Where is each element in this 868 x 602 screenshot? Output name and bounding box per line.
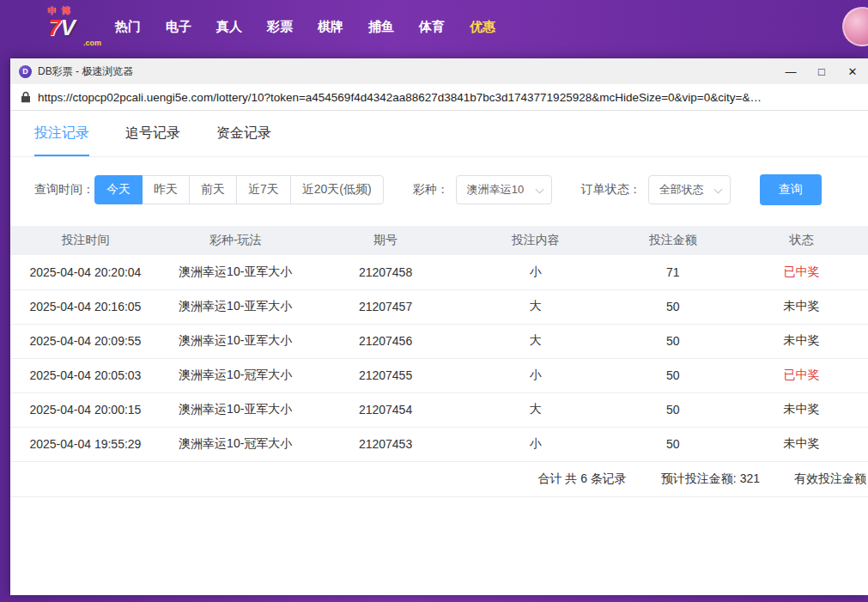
window-title: DB彩票 - 极速浏览器 [38,64,775,79]
nav-menu: 热门 电子 真人 彩票 棋牌 捕鱼 体育 优惠 [115,19,495,35]
table-row: 2025-04-04 20:00:15 澳洲幸运10-亚军大小 21207454… [10,392,868,427]
header-bet-amount: 投注金额 [610,226,735,255]
nav-item-slots[interactable]: 电子 [166,19,191,35]
nav-item-lottery[interactable]: 彩票 [267,19,293,35]
nav-item-live[interactable]: 真人 [216,19,242,35]
table-row: 2025-04-04 20:05:03 澳洲幸运10-冠军大小 21207455… [10,358,868,392]
bet-amount-cell: 50 [610,289,735,324]
lottery-select[interactable]: 澳洲幸运10 [456,175,552,204]
bet-content-cell: 大 [460,324,610,358]
bet-time-cell: 2025-04-04 20:09:55 [10,324,161,358]
bet-time-cell: 2025-04-04 20:20:04 [10,255,161,289]
issue-cell: 21207456 [311,324,461,358]
time-filter-button[interactable]: 今天 [94,175,143,204]
table-header-row: 投注时间 彩种-玩法 期号 投注内容 投注金额 状态 [10,226,868,255]
table-row: 2025-04-04 20:20:04 澳洲幸运10-亚军大小 21207458… [10,255,868,289]
game-play-cell: 澳洲幸运10-亚军大小 [161,255,311,289]
header-bet-content: 投注内容 [460,226,610,255]
game-play-cell: 澳洲幸运10-亚军大小 [161,289,311,324]
game-play-cell: 澳洲幸运10-亚军大小 [161,324,311,358]
bet-amount-cell: 50 [610,324,735,358]
time-filter-group: 今天 昨天 前天 近7天 近20天(低频) [94,175,384,204]
nav-item-promo[interactable]: 优惠 [470,19,495,35]
issue-cell: 21207455 [311,358,461,392]
top-nav-bar: 申博 7V .com 热门 电子 真人 彩票 棋牌 捕鱼 体育 优惠 [0,0,868,53]
bet-time-cell: 2025-04-04 20:05:03 [10,358,161,392]
user-avatar[interactable] [842,7,868,46]
bet-time-cell: 2025-04-04 20:16:05 [10,289,161,324]
summary-expected-amount: 预计投注金额: 321 [661,471,760,487]
header-issue: 期号 [311,226,461,255]
bet-content-cell: 大 [460,392,610,427]
time-filter-button[interactable]: 近7天 [236,175,291,204]
logo-main-text: 7V [48,16,101,39]
bet-time-cell: 2025-04-04 20:00:15 [10,392,161,427]
bet-content-cell: 小 [460,255,610,289]
close-button[interactable]: ✕ [837,58,868,84]
chevron-down-icon [713,185,722,194]
summary-valid-amount: 有效投注金额 [794,471,866,487]
nav-item-hot[interactable]: 热门 [115,19,141,35]
game-play-cell: 澳洲幸运10-冠军大小 [161,358,311,392]
maximize-button[interactable]: □ [806,58,837,84]
lottery-select-value: 澳洲幸运10 [467,182,524,198]
browser-app-icon: D [19,65,32,78]
issue-cell: 21207454 [311,392,461,427]
bet-content-cell: 大 [460,289,610,324]
status-cell: 未中奖 [735,289,868,324]
bet-content-cell: 小 [460,427,610,461]
header-game-play: 彩种-玩法 [161,226,311,255]
issue-cell: 21207453 [311,427,461,461]
minimize-button[interactable]: — [775,58,806,84]
game-play-cell: 澳洲幸运10-冠军大小 [161,427,311,461]
tab-bet-records[interactable]: 投注记录 [34,111,89,156]
status-cell: 已中奖 [735,358,868,392]
bet-amount-cell: 71 [610,255,735,289]
status-cell: 已中奖 [735,255,868,289]
record-tabs: 投注记录 追号记录 资金记录 [10,111,868,157]
tab-chase-records[interactable]: 追号记录 [125,111,180,156]
bet-content-cell: 小 [460,358,610,392]
page-content: 投注记录 追号记录 资金记录 查询时间： 今天 昨天 前天 近7天 近20天(低… [10,111,868,595]
status-select-value: 全部状态 [659,182,704,198]
lock-icon[interactable] [21,91,31,103]
tab-fund-records[interactable]: 资金记录 [216,111,271,156]
nav-item-cards[interactable]: 棋牌 [318,19,343,35]
header-bet-time: 投注时间 [10,226,161,255]
summary-row: 合计 共 6 条记录 预计投注金额: 321 有效投注金额 [10,462,868,497]
time-filter-label: 查询时间： [34,182,94,198]
site-logo[interactable]: 申博 7V .com [48,7,101,47]
issue-cell: 21207457 [311,289,461,324]
table-row: 2025-04-04 20:16:05 澳洲幸运10-亚军大小 21207457… [10,289,868,324]
status-cell: 未中奖 [735,324,868,358]
bet-amount-cell: 50 [610,427,735,461]
browser-window: D DB彩票 - 极速浏览器 — □ ✕ https://ctopcp02pca… [10,58,868,595]
window-controls: — □ ✕ [775,58,868,84]
window-titlebar: D DB彩票 - 极速浏览器 — □ ✕ [10,58,868,84]
status-filter-label: 订单状态： [581,182,641,198]
url-text: https://ctopcp02pcali.uengi5e.com/lotter… [38,91,762,104]
time-filter-button[interactable]: 前天 [189,175,237,204]
game-play-cell: 澳洲幸运10-亚军大小 [161,392,311,427]
query-button[interactable]: 查询 [760,174,822,205]
logo-com-text: .com [48,40,101,47]
table-row: 2025-04-04 20:09:55 澳洲幸运10-亚军大小 21207456… [10,324,868,358]
bet-amount-cell: 50 [610,392,735,427]
header-status: 状态 [735,226,868,255]
address-bar[interactable]: https://ctopcp02pcali.uengi5e.com/lotter… [10,84,868,111]
lottery-filter-label: 彩种： [413,182,449,198]
nav-item-sports[interactable]: 体育 [419,19,445,35]
table-row: 2025-04-04 19:55:29 澳洲幸运10-冠军大小 21207453… [10,427,868,461]
time-filter-button[interactable]: 近20天(低频) [290,175,384,204]
bet-records-table: 投注时间 彩种-玩法 期号 投注内容 投注金额 状态 2025-04-04 20… [10,226,868,462]
chevron-down-icon [535,185,543,194]
filter-row: 查询时间： 今天 昨天 前天 近7天 近20天(低频) 彩种： 澳洲幸运10 订… [34,174,868,205]
time-filter-button[interactable]: 昨天 [142,175,190,204]
status-cell: 未中奖 [735,392,868,427]
bet-amount-cell: 50 [610,358,735,392]
nav-item-fishing[interactable]: 捕鱼 [368,19,394,35]
summary-total: 合计 共 6 条记录 [537,471,626,487]
status-select[interactable]: 全部状态 [648,175,731,204]
issue-cell: 21207458 [311,255,461,289]
bet-time-cell: 2025-04-04 19:55:29 [10,427,161,461]
